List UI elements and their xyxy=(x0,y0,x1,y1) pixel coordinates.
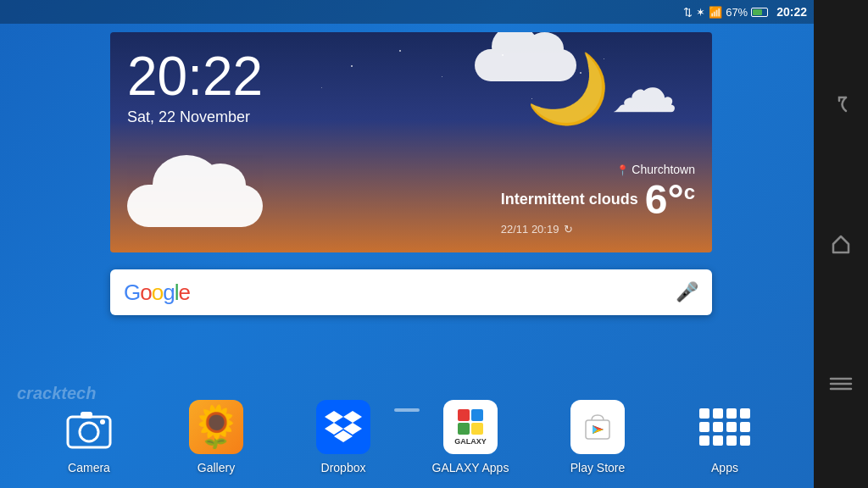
camera-label: Camera xyxy=(68,461,110,474)
weather-updated: 22/11 20:19 ↻ xyxy=(501,223,695,236)
galaxy-apps-icon: GALAXY xyxy=(443,400,498,454)
search-input[interactable] xyxy=(198,269,667,315)
apps-label: Apps xyxy=(711,461,738,474)
weather-location: Churchtown xyxy=(501,163,695,176)
app-icon-camera[interactable]: Camera xyxy=(47,400,131,474)
side-nav xyxy=(814,0,868,488)
dropbox-icon xyxy=(316,400,370,454)
weather-temp: 6°c xyxy=(645,176,695,223)
battery-percent: 67% xyxy=(726,6,748,19)
dropbox-label: Dropbox xyxy=(321,461,366,474)
back-button[interactable] xyxy=(821,84,861,125)
app-icon-galaxy-apps[interactable]: GALAXY GALAXY Apps xyxy=(428,400,513,474)
gallery-flower-icon: 🌻 xyxy=(191,403,242,451)
play-store-icon xyxy=(570,400,625,454)
wifi-icon: 📶 xyxy=(709,6,722,19)
gallery-label: Gallery xyxy=(198,461,235,474)
bluetooth-icon: ✶ xyxy=(696,6,705,19)
google-logo: Google xyxy=(124,280,190,306)
app-icon-dropbox[interactable]: Dropbox xyxy=(301,400,386,474)
menu-button[interactable] xyxy=(821,363,861,404)
app-icon-apps[interactable]: Apps xyxy=(682,400,767,474)
app-icon-gallery[interactable]: 🌻 Gallery xyxy=(174,400,259,474)
play-store-label: Play Store xyxy=(570,461,626,474)
camera-icon xyxy=(62,400,116,454)
status-bar: ⇅ ✶ 📶 67% 20:22 xyxy=(0,0,814,24)
gallery-icon: 🌻 xyxy=(189,400,243,454)
status-time: 20:22 xyxy=(776,5,807,19)
galaxy-apps-label: GALAXY Apps xyxy=(432,461,509,474)
svg-point-1 xyxy=(80,423,98,441)
bottom-dock: Camera 🌻 Gallery xyxy=(0,386,814,488)
weather-condition: Intermittent clouds xyxy=(501,191,638,208)
weather-moon-cloud-icon: 🌙☁ xyxy=(526,49,678,129)
sync-icon: ⇅ xyxy=(683,6,693,19)
weather-time: 20:22 xyxy=(127,49,501,103)
svg-rect-2 xyxy=(81,412,92,419)
microphone-icon[interactable]: 🎤 xyxy=(676,281,698,303)
svg-point-3 xyxy=(100,419,105,424)
app-icon-play-store[interactable]: Play Store xyxy=(555,400,640,474)
refresh-icon[interactable]: ↻ xyxy=(564,223,573,236)
weather-date: Sat, 22 November xyxy=(127,108,501,126)
google-search-bar[interactable]: Google 🎤 xyxy=(110,269,712,315)
svg-marker-5 xyxy=(343,411,362,423)
svg-marker-4 xyxy=(325,411,343,423)
home-button[interactable] xyxy=(821,224,861,264)
battery-icon xyxy=(751,8,768,17)
weather-widget[interactable]: 🌙☁ 20:22 Sat, 22 November Churchtown Int… xyxy=(110,32,712,252)
apps-grid-icon xyxy=(698,400,752,454)
